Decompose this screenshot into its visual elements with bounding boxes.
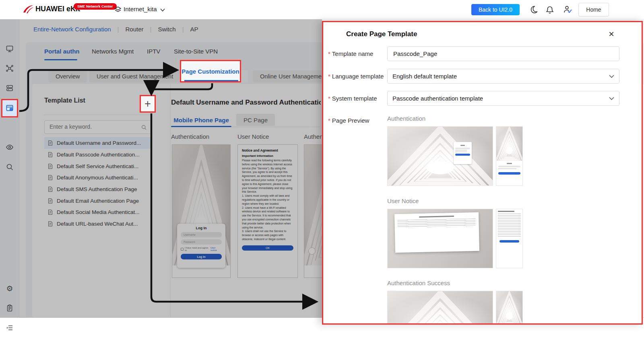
template-name-field [387,46,619,61]
chevron-down-icon[interactable] [160,8,165,12]
modal-dim-overlay [0,19,322,318]
page-template-icon[interactable] [5,104,14,113]
tunnel-background-image [388,291,493,325]
preview-auth-pc-thumbnail [387,126,493,186]
close-icon[interactable]: ✕ [606,29,617,40]
mini-notice-panel [496,209,522,244]
tunnel-background-image [496,127,522,161]
mini-login-card [454,142,471,164]
template-name-input[interactable] [392,50,614,58]
app-window: HUAWEI eKit SME Network Center Internet_… [0,0,644,362]
menu-indent-icon[interactable] [0,318,19,337]
drawer-title: Create Page Template [346,30,417,38]
preview-section-auth-success: Authentication Success [387,280,450,286]
preview-notice-mobile-thumbnail [496,209,523,268]
preview-section-user-notice: User Notice [387,197,419,204]
system-template-label: * System template [328,95,386,102]
preview-notice-pc-thumbnail [387,209,493,268]
mini-notice-panel [394,212,479,253]
annotation-box-add-template[interactable]: + [140,95,156,113]
add-template-button[interactable]: + [144,98,151,110]
preview-auth-mobile-thumbnail [496,126,523,186]
system-template-select[interactable]: Passcode authentication template [387,91,619,106]
annotation-box-page-customization[interactable]: Page Customization [180,60,241,82]
preview-success-pc-thumbnail [387,291,493,325]
template-name-label: * Template name [328,50,386,57]
annotation-box-sidebar [1,99,18,117]
home-button[interactable]: Home [578,3,609,16]
chevron-down-icon [609,97,614,100]
huawei-logo-icon [23,4,34,15]
brand-badge: SME Network Center [74,3,117,10]
layers-icon [114,6,122,14]
top-bar: HUAWEI eKit SME Network Center Internet_… [0,0,644,19]
page-preview-label: * Page Preview [328,117,386,124]
language-template-label: * Language template [328,73,386,80]
back-to-ui2-button[interactable]: Back to UI2.0 [471,4,520,15]
chevron-down-icon [609,75,614,78]
user-check-icon[interactable] [563,5,572,14]
create-page-template-drawer: Create Page Template ✕ * Template name *… [322,21,643,325]
site-selector[interactable]: Internet_kita [124,6,157,12]
preview-success-mobile-thumbnail [496,291,523,325]
moon-icon[interactable] [529,5,539,14]
language-template-select[interactable]: English default template [387,69,619,84]
tunnel-background-image [496,291,522,325]
preview-section-authentication: Authentication [387,115,425,122]
tunnel-background-image [388,127,493,185]
mini-login-card [496,161,522,176]
active-tab-underline [184,80,238,81]
bell-icon[interactable] [545,5,555,14]
